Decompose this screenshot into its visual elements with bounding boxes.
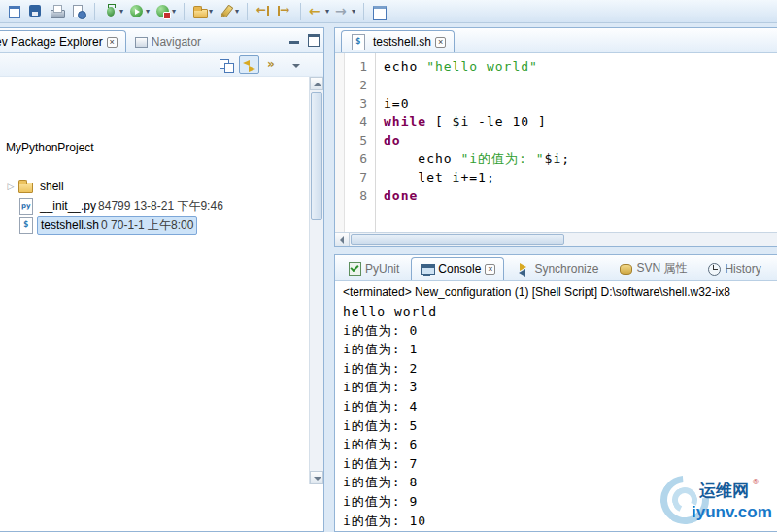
registered-mark: ® [753,478,759,486]
collapse-all-button[interactable] [216,55,236,74]
line-number-ruler[interactable]: 12345678 [345,53,376,232]
edit-pencil-button[interactable]: ▾ [216,1,241,21]
tab-navigator[interactable]: Navigator [126,30,209,52]
scroll-left-icon[interactable] [335,233,350,246]
code-token: do [384,133,401,148]
tab-synchronize[interactable]: Synchronize [508,257,606,280]
forward-button[interactable]: ▾ [332,1,357,21]
collapse-all-icon [217,56,235,73]
tree-item-label: testshell.sh [41,218,99,232]
maximize-icon[interactable] [307,33,319,45]
tree-item-project[interactable]: MyPythonProject [6,141,94,154]
save-button[interactable] [25,1,46,21]
external-tools-button[interactable]: ▾ [152,1,178,21]
vertical-scrollbar[interactable] [309,77,323,484]
console-line: i的值为: 6 [343,435,777,454]
iyunv-watermark: 运维网 ® iyunv.com [660,472,775,532]
new-wizard-icon [70,3,86,19]
code-line[interactable]: done [384,186,777,205]
toolbar-separator [184,3,185,20]
tab-console[interactable]: Console [411,257,504,280]
watermark-site: iyunv.com [692,503,772,522]
console-line: i的值为: 7 [343,454,777,474]
code-line[interactable]: while [ $i -le 10 ] [384,113,777,131]
console-line: i的值为: 2 [343,359,777,379]
tab-label: History [725,262,760,276]
tab-history[interactable]: History [698,257,768,280]
project-tree[interactable]: MyPythonProject ▷shell__init__.py 84799 … [0,77,323,531]
scroll-up-icon[interactable] [310,77,323,90]
code-line[interactable]: echo "hello world" [384,57,777,76]
dropdown-arrow-icon[interactable]: ▾ [172,7,176,16]
print-icon [49,3,65,19]
horizontal-scrollbar[interactable] [335,232,777,246]
print-button[interactable] [47,1,67,21]
next-edit-button[interactable] [274,1,294,21]
view-menu-icon [287,56,305,73]
dropdown-arrow-icon[interactable]: ▾ [325,7,329,16]
back-button[interactable]: ▾ [306,1,331,21]
editor-panel: testshell.sh 12345678 echo "hello world"… [334,27,777,247]
filters-button[interactable] [262,55,283,74]
minimize-icon[interactable] [288,33,300,45]
previous-edit-button[interactable] [253,1,273,21]
left-tabbar: ev Package Explorer Navigator [0,28,323,53]
dropdown-arrow-icon[interactable]: ▾ [119,7,123,16]
dropdown-arrow-icon[interactable]: ▾ [352,7,355,16]
tree-item-init-py[interactable]: __init__.py 84799 13-8-21 下午9:46 [4,197,226,215]
code-line[interactable]: i=0 [384,94,777,113]
tab-testshell-sh[interactable]: testshell.sh [341,30,455,52]
line-number: 4 [345,113,367,131]
scrollbar-thumb[interactable] [351,234,564,245]
close-icon[interactable] [435,37,446,48]
code-token: "hello world" [426,59,538,74]
tree-item-label: shell [40,180,64,193]
expand-arrow-icon[interactable]: ▷ [4,182,17,191]
code-area[interactable]: echo "hello world"i=0while [ $i -le 10 ]… [376,53,777,232]
close-icon[interactable] [485,264,495,275]
left-view-toolbar [0,53,323,77]
code-line[interactable]: do [384,131,777,150]
run-button[interactable]: ▾ [126,1,152,21]
tab-label: Navigator [152,35,201,49]
console-line: i的值为: 4 [343,397,777,416]
tree-item-testshell-sh[interactable]: testshell.sh 0 70-1-1 上午8:00 [4,216,197,234]
dropdown-arrow-icon[interactable]: ▾ [146,7,150,16]
previous-edit-icon [254,3,271,19]
code-line[interactable]: echo "i的值为: "$i; [384,150,777,168]
toolbar-separator [94,3,95,20]
editor-body: 12345678 echo "hello world"i=0while [ $i… [335,53,777,232]
navigator-icon [134,35,148,49]
dropdown-arrow-icon[interactable]: ▾ [235,7,239,16]
code-token: [ $i -le 10 ] [426,115,547,129]
view-menu-button[interactable] [286,55,306,74]
new-wizard-button[interactable] [68,1,88,21]
tab-package-explorer[interactable]: ev Package Explorer [0,30,126,52]
tab-svn[interactable]: SVN 属性 [610,257,694,280]
console-line: hello world [343,302,777,321]
tab-sear[interactable]: Sear [773,257,777,280]
tree-item-label: __init__.py [40,199,96,213]
edit-pencil-icon [218,3,234,19]
synchronize-icon [516,261,530,276]
dropdown-arrow-icon[interactable]: ▾ [209,7,213,16]
scroll-down-icon[interactable] [310,471,323,484]
debug-button[interactable]: ▾ [100,1,125,21]
open-editor-button[interactable] [369,1,389,21]
code-token: let i+=1; [384,170,495,184]
pyunit-icon [347,261,361,276]
package-explorer-panel: ev Package Explorer Navigator MyPythonPr… [0,27,324,532]
tab-label: testshell.sh [373,35,431,49]
annotation-ruler[interactable] [335,53,345,232]
close-icon[interactable] [107,37,118,48]
toolbar-separator [300,3,301,20]
code-line[interactable]: let i+=1; [384,168,777,186]
open-folder-button[interactable]: ▾ [189,1,215,21]
folder-file-icon [17,179,33,194]
code-line[interactable] [384,76,777,94]
new-button[interactable] [4,1,24,21]
tab-pyunit[interactable]: PyUnit [339,257,407,280]
link-with-editor-button[interactable] [239,55,259,74]
scrollbar-thumb[interactable] [311,92,322,220]
tree-item-shell[interactable]: ▷shell [4,178,67,195]
